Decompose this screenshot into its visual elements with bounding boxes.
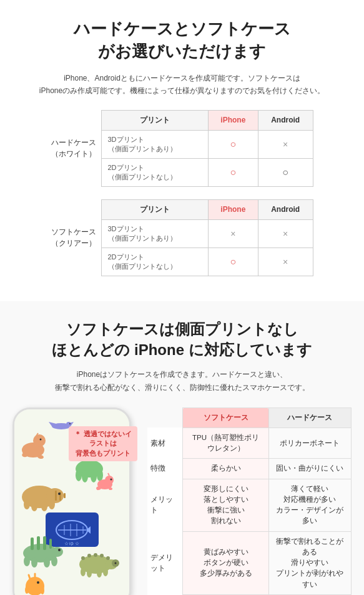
svg-rect-46 <box>31 538 34 550</box>
iphone-value: × <box>208 219 258 248</box>
soft-value: 黄ばみやすいボタンが硬い多少厚みがある <box>183 531 268 594</box>
svg-point-64 <box>81 556 85 560</box>
svg-point-22 <box>41 501 47 511</box>
hard-case-table: プリント iPhone Android 3Dプリント（側面プリントあり） ○ ×… <box>101 110 313 187</box>
svg-point-30 <box>111 478 112 480</box>
table-row: メリット 変形しにくい落としやすい衝撃に強い割れない 薄くて軽い対応機種が多いカ… <box>147 479 352 531</box>
title-line1: ソフトケースは側面プリントなし <box>66 321 298 338</box>
row-label: デメリット <box>147 531 183 594</box>
table-row: 3Dプリント（側面プリントあり） × × <box>101 219 313 248</box>
row-label: 3Dプリント（側面プリントあり） <box>101 130 208 158</box>
svg-point-24 <box>58 492 61 495</box>
comp-table-area: ソフトケース ハードケース 素材 TPU（熱可塑性ポリウレタン） ポリカーボネー… <box>147 408 352 595</box>
soft-value: 柔らかい <box>183 459 268 479</box>
iphone-value: ○ <box>208 158 258 186</box>
pink-label: 透過ではないイラストは背景色もプリント <box>69 426 137 461</box>
soft-case-header: ソフトケース <box>183 408 268 428</box>
svg-point-69 <box>115 562 117 564</box>
svg-rect-49 <box>49 539 52 549</box>
svg-point-67 <box>100 554 104 558</box>
svg-text:☆ ゆ ☆: ☆ ゆ ☆ <box>64 541 80 546</box>
svg-point-61 <box>87 569 92 578</box>
svg-point-68 <box>106 556 110 560</box>
section2-subtitle: iPhoneはソフトケースを作成できます。ハードケースと違い、 衝撃で割れる心配… <box>12 368 352 395</box>
svg-rect-47 <box>37 536 40 550</box>
svg-point-6 <box>40 438 42 440</box>
svg-point-60 <box>81 568 86 576</box>
svg-point-54 <box>51 556 57 566</box>
svg-point-65 <box>87 554 91 558</box>
hard-case-table-wrapper: ハードケース（ホワイト） プリント iPhone Android 3Dプリント（… <box>19 110 345 187</box>
svg-rect-17 <box>55 491 57 501</box>
hard-value: 薄くて軽い対応機種が多いカラー・デザインが多い <box>268 479 351 531</box>
soft-case-label: ソフトケース（クリアー） <box>51 226 96 249</box>
title-line1: ハードケースとソフトケース <box>74 19 291 38</box>
svg-point-20 <box>24 499 30 509</box>
phone-area: 透過ではないイラストは背景色もプリント <box>12 408 137 595</box>
table-row: 2Dプリント（側面プリントなし） ○ ○ <box>101 158 313 186</box>
col-android-header: Android <box>258 110 313 130</box>
row-label: 素材 <box>147 428 183 459</box>
android-value: × <box>258 219 313 248</box>
section2: ソフトケースは側面プリントなし ほとんどの iPhone に対応しています iP… <box>0 301 364 595</box>
table-row: 特徴 柔らかい 固い・曲がりにくい <box>147 459 352 479</box>
android-value: × <box>258 248 313 276</box>
title-line2: ほとんどの iPhone に対応しています <box>52 341 312 358</box>
section1: ハードケースとソフトケース がお選びいただけます iPhone、Androidと… <box>0 0 364 301</box>
svg-point-52 <box>31 558 37 568</box>
svg-rect-48 <box>43 536 46 550</box>
table-row: 3Dプリント（側面プリントあり） ○ × <box>101 130 313 158</box>
svg-point-2 <box>33 434 46 447</box>
svg-point-13 <box>97 469 103 481</box>
comparison-table: ソフトケース ハードケース 素材 TPU（熱可塑性ポリウレタン） ポリカーボネー… <box>147 408 352 595</box>
col-print-header: プリント <box>101 110 208 130</box>
section1-title: ハードケースとソフトケース がお選びいただけます <box>19 18 345 63</box>
svg-point-11 <box>82 470 88 482</box>
svg-line-72 <box>29 575 30 579</box>
svg-point-12 <box>91 470 97 482</box>
soft-case-table-wrapper: ソフトケース（クリアー） プリント iPhone Android 3Dプリント（… <box>19 199 345 276</box>
svg-point-63 <box>103 568 108 576</box>
svg-point-50 <box>51 547 63 557</box>
svg-rect-19 <box>64 493 66 498</box>
svg-point-21 <box>31 501 37 511</box>
android-value: ○ <box>258 158 313 186</box>
hard-value: 固い・曲がりにくい <box>268 459 351 479</box>
section1-subtitle: iPhone、Androidともにハードケースを作成可能です。ソフトケースは i… <box>19 72 345 98</box>
svg-point-28 <box>109 488 112 490</box>
table-row: デメリット 黄ばみやすいボタンが硬い多少厚みがある 衝撃で割れることがある滑りや… <box>147 531 352 594</box>
col-iphone-header: iPhone <box>208 199 258 219</box>
svg-point-71 <box>37 581 39 584</box>
soft-value: TPU（熱可塑性ポリウレタン） <box>183 428 268 459</box>
col-iphone-header: iPhone <box>208 110 258 130</box>
table-row: 2Dプリント（側面プリントなし） ○ × <box>101 248 313 276</box>
soft-value: 変形しにくい落としやすい衝撃に強い割れない <box>183 479 268 531</box>
row-label: 特徴 <box>147 459 183 479</box>
hard-case-header: ハードケース <box>268 408 351 428</box>
row-label: 2Dプリント（側面プリントなし） <box>101 158 208 186</box>
soft-case-table: プリント iPhone Android 3Dプリント（側面プリントあり） × ×… <box>101 199 313 276</box>
svg-point-23 <box>49 499 55 509</box>
row-label: 3Dプリント（側面プリントあり） <box>101 219 208 248</box>
col-print-header: プリント <box>101 199 208 219</box>
col-android-header: Android <box>258 199 313 219</box>
hard-value: ポリカーボネート <box>268 428 351 459</box>
row-label: 2Dプリント（側面プリントなし） <box>101 248 208 276</box>
svg-point-74 <box>25 586 29 594</box>
section2-title: ソフトケースは側面プリントなし ほとんどの iPhone に対応しています <box>12 319 352 361</box>
svg-point-10 <box>76 469 82 481</box>
svg-point-75 <box>41 587 44 594</box>
svg-point-35 <box>69 423 71 424</box>
comparison-area: 透過ではないイラストは背景色もプリント <box>12 408 352 595</box>
hard-case-label: ハードケース（ホワイト） <box>51 137 96 159</box>
table-row: 素材 TPU（熱可塑性ポリウレタン） ポリカーボネート <box>147 428 352 459</box>
svg-point-62 <box>97 569 102 578</box>
svg-point-51 <box>24 556 30 566</box>
row-label: メリット <box>147 479 183 531</box>
hard-value: 衝撃で割れることがある滑りやすいプリントが剥がれやすい <box>268 531 351 594</box>
title-line2: がお選びいただけます <box>98 42 266 61</box>
iphone-value: ○ <box>208 248 258 276</box>
svg-point-55 <box>58 549 61 551</box>
iphone-value: ○ <box>208 130 258 158</box>
svg-point-26 <box>105 476 114 484</box>
